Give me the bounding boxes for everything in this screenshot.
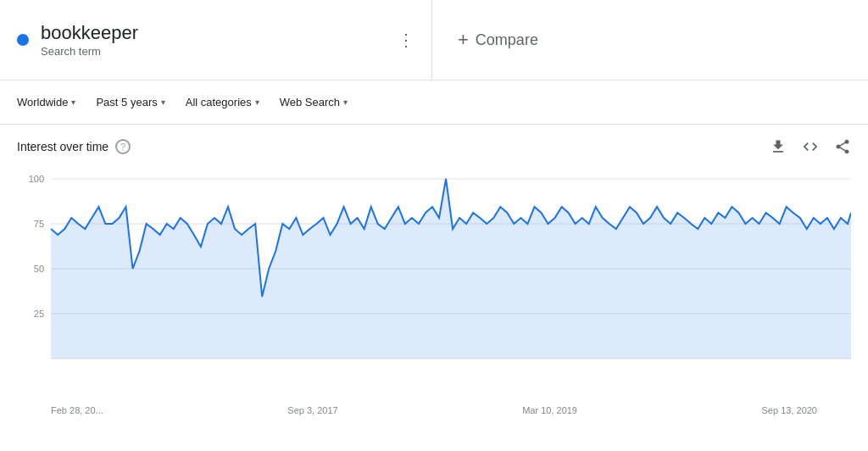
help-icon[interactable]: ?	[115, 139, 131, 154]
search-term-box: bookkeeper Search term ⋮	[0, 0, 432, 80]
time-range-filter[interactable]: Past 5 years ▾	[87, 91, 173, 114]
x-axis-labels: Feb 28, 20... Sep 3, 2017 Mar 10, 2019 S…	[17, 402, 851, 415]
chart-fill	[51, 179, 851, 359]
chart-area: 100 75 50 25 Feb 28, 20... Sep 3, 2017 M…	[17, 162, 851, 442]
share-icon[interactable]	[834, 138, 851, 155]
compare-box: + Compare	[432, 29, 868, 51]
header: bookkeeper Search term ⋮ + Compare	[0, 0, 868, 81]
svg-text:50: 50	[34, 264, 44, 274]
chart-actions	[770, 138, 851, 155]
more-options-icon[interactable]: ⋮	[398, 30, 415, 50]
location-filter[interactable]: Worldwide ▾	[8, 91, 84, 114]
filter-bar: Worldwide ▾ Past 5 years ▾ All categorie…	[0, 81, 868, 125]
x-label-4: Sep 13, 2020	[762, 405, 817, 415]
svg-text:100: 100	[29, 174, 44, 184]
x-label-2: Sep 3, 2017	[287, 405, 337, 415]
plus-icon: +	[458, 29, 469, 51]
search-type-filter[interactable]: Web Search ▾	[271, 91, 356, 114]
chart-section: Interest over time ?	[0, 125, 868, 442]
blue-dot-indicator	[17, 34, 29, 46]
location-chevron: ▾	[71, 97, 75, 107]
search-term-name: bookkeeper	[41, 22, 138, 44]
x-label-1: Feb 28, 20...	[51, 405, 103, 415]
chart-title-group: Interest over time ?	[17, 139, 131, 154]
search-term-label: Search term	[41, 45, 101, 58]
compare-button[interactable]: + Compare	[458, 29, 538, 51]
svg-text:75: 75	[34, 219, 44, 229]
svg-text:25: 25	[34, 309, 44, 319]
location-label: Worldwide	[17, 96, 68, 109]
category-filter[interactable]: All categories ▾	[177, 91, 268, 114]
search-type-chevron: ▾	[343, 97, 348, 107]
search-term-text: bookkeeper Search term	[41, 22, 138, 58]
download-icon[interactable]	[770, 138, 787, 155]
category-label: All categories	[186, 96, 252, 109]
category-chevron: ▾	[255, 97, 259, 107]
chart-title: Interest over time	[17, 140, 108, 153]
search-type-label: Web Search	[280, 96, 340, 109]
time-range-label: Past 5 years	[96, 96, 157, 109]
time-chevron: ▾	[161, 97, 165, 107]
compare-label: Compare	[476, 31, 538, 49]
x-label-3: Mar 10, 2019	[522, 405, 577, 415]
interest-over-time-chart: 100 75 50 25	[17, 162, 851, 399]
embed-icon[interactable]	[802, 138, 819, 155]
chart-header: Interest over time ?	[17, 138, 851, 155]
